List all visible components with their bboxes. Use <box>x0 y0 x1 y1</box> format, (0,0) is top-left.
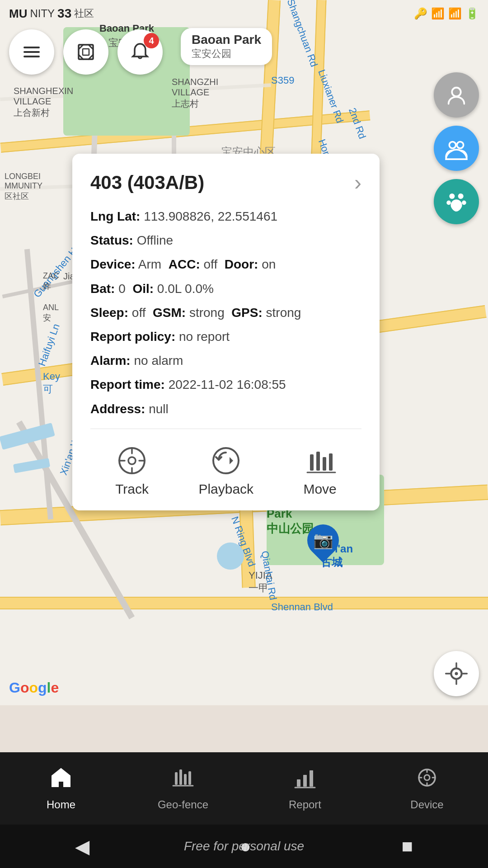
track-label: Track <box>115 481 149 497</box>
right-buttons <box>434 72 479 224</box>
svg-point-10 <box>449 142 456 149</box>
svg-point-29 <box>455 672 458 675</box>
nav-report[interactable]: Report <box>244 766 366 811</box>
report-icon <box>293 766 317 795</box>
svg-point-15 <box>462 201 466 205</box>
popup-divider <box>90 429 361 429</box>
popup-device-row: Device: Arm ACC: off Door: on <box>90 255 361 273</box>
svg-rect-25 <box>323 457 326 471</box>
svg-point-9 <box>452 88 461 97</box>
status-time: MU <box>9 7 27 21</box>
nav-geofence-label: Geo-fence <box>158 798 208 811</box>
haifuyi-label: Haifuyi Ln <box>36 322 62 368</box>
svg-rect-40 <box>303 775 307 787</box>
svg-rect-41 <box>310 770 313 787</box>
shangzhi-label: SHANGZHIVILLAGE上志村 <box>172 77 218 110</box>
popup-detail-arrow[interactable]: › <box>354 170 361 195</box>
status-community: NITY <box>30 7 55 20</box>
popup-reportpolicy-row: Report policy: no report <box>90 328 361 345</box>
svg-rect-34 <box>175 772 178 785</box>
svg-point-13 <box>458 193 464 199</box>
shanghexin-label: SHANGHEXINVILLAGE上合新村 <box>14 86 73 119</box>
google-logo: Google <box>9 679 59 696</box>
wifi-off-icon: 📶 <box>431 7 445 20</box>
back-button[interactable]: ◀ <box>75 835 89 858</box>
svg-rect-36 <box>184 774 187 785</box>
popup-lnglat-row: Lng Lat: 113.908826, 22.551461 <box>90 208 361 225</box>
svg-rect-23 <box>310 454 314 471</box>
camera-pin[interactable]: 📷 <box>307 524 339 556</box>
key-status-icon: 🔑 <box>414 7 427 20</box>
battery-icon: 🔋 <box>465 7 479 20</box>
google-g: G <box>9 679 20 696</box>
nav-device[interactable]: Device <box>366 766 488 811</box>
longbei-label: LONGBEIMMUNITY区社区 <box>5 172 42 202</box>
svg-rect-35 <box>179 769 182 785</box>
popup-address-row: Address: null <box>90 400 361 418</box>
google-g2: g <box>38 679 47 696</box>
google-o1: o <box>20 679 29 696</box>
paw-button[interactable] <box>434 179 479 224</box>
nav-report-label: Report <box>289 798 321 811</box>
svg-rect-26 <box>329 453 333 471</box>
shennan-label: Shennan Blvd <box>271 601 333 613</box>
svg-rect-8 <box>83 49 89 55</box>
geofence-icon <box>171 766 195 795</box>
svg-rect-39 <box>297 779 300 787</box>
menu-button[interactable] <box>9 29 54 75</box>
move-icon <box>304 444 336 477</box>
nav-home[interactable]: Home <box>0 766 122 811</box>
playback-label: Playback <box>198 481 253 497</box>
svg-point-17 <box>128 457 136 464</box>
svg-rect-37 <box>188 771 191 785</box>
zac-label: ZAC炸 <box>43 271 59 292</box>
notification-button[interactable]: 4 <box>117 29 163 75</box>
playback-icon <box>210 444 242 477</box>
key-label: Key可 <box>43 371 60 396</box>
svg-point-12 <box>449 193 455 199</box>
popup-sleep-row: Sleep: off GSM: strong GPS: strong <box>90 304 361 321</box>
fit-bounds-button[interactable] <box>63 29 108 75</box>
baoan-park-chinese: 宝安公园 <box>192 47 261 61</box>
home-button[interactable]: ● <box>240 835 251 857</box>
profile-button[interactable] <box>434 72 479 118</box>
google-e: e <box>51 679 59 696</box>
nav-device-label: Device <box>410 798 443 811</box>
popup-actions: Track Playback <box>90 440 361 497</box>
device-info-popup: 403 (403A/B) › Lng Lat: 113.908826, 22.5… <box>72 154 380 510</box>
google-o2: o <box>29 679 38 696</box>
recents-button[interactable]: ■ <box>401 835 413 857</box>
baoan-park-label: Baoan Park <box>192 33 261 47</box>
svg-point-14 <box>446 201 451 205</box>
popup-device-title: 403 (403A/B) <box>90 172 204 193</box>
status-bar: MU NITY 33 社区 🔑 📶 📶 🔋 <box>0 0 488 27</box>
status-community2: 社区 <box>74 7 94 20</box>
svg-point-11 <box>457 142 464 149</box>
track-icon <box>116 444 148 477</box>
move-button[interactable]: Move <box>303 444 336 497</box>
bottom-navigation: Home Geo-fence Report <box>0 752 488 825</box>
signal-icon: 📶 <box>448 7 462 20</box>
move-label: Move <box>303 481 336 497</box>
popup-status-row: Status: Offline <box>90 231 361 249</box>
nav-home-label: Home <box>47 798 75 811</box>
popup-alarm-row: Alarm: no alarm <box>90 352 361 369</box>
svg-point-44 <box>424 775 430 780</box>
anl-label: ANL安 <box>43 303 59 323</box>
track-button[interactable]: Track <box>115 444 149 497</box>
nav-geofence[interactable]: Geo-fence <box>122 766 244 811</box>
device-icon <box>415 766 439 795</box>
locate-button[interactable] <box>434 651 479 696</box>
park-label-container: Baoan Park 宝安公园 <box>181 28 272 65</box>
svg-rect-24 <box>316 452 320 471</box>
popup-reporttime-row: Report time: 2022-11-02 16:08:55 <box>90 376 361 393</box>
system-navigation: ◀ ● ■ <box>0 825 488 868</box>
popup-bat-row: Bat: 0 Oil: 0.0L 0.0% <box>90 280 361 297</box>
people-button[interactable] <box>434 126 479 171</box>
playback-button[interactable]: Playback <box>198 444 253 497</box>
notification-badge: 4 <box>144 33 159 48</box>
home-icon <box>49 766 73 795</box>
status-number: 33 <box>57 6 71 21</box>
